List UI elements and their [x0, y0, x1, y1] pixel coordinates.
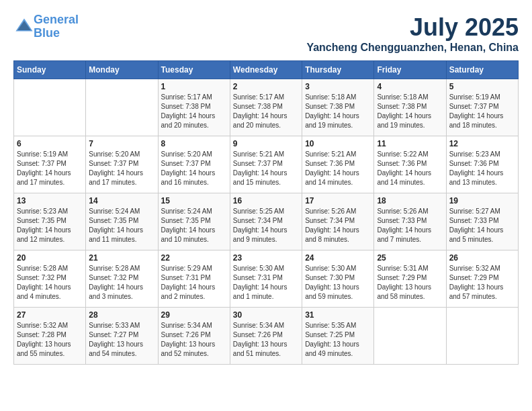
day-info: Sunrise: 5:27 AM Sunset: 7:33 PM Dayligh… [449, 207, 515, 244]
calendar-cell: 19Sunrise: 5:27 AM Sunset: 7:33 PM Dayli… [446, 193, 518, 250]
day-number: 20 [17, 253, 83, 263]
day-info: Sunrise: 5:30 AM Sunset: 7:30 PM Dayligh… [305, 264, 371, 302]
calendar-week-4: 20Sunrise: 5:28 AM Sunset: 7:32 PM Dayli… [14, 250, 519, 308]
calendar-cell: 5Sunrise: 5:19 AM Sunset: 7:37 PM Daylig… [446, 79, 518, 136]
day-number: 6 [17, 139, 83, 148]
day-header-thursday: Thursday [302, 61, 374, 79]
calendar-cell [446, 308, 518, 365]
calendar-cell: 11Sunrise: 5:22 AM Sunset: 7:36 PM Dayli… [374, 136, 446, 193]
day-info: Sunrise: 5:24 AM Sunset: 7:35 PM Dayligh… [161, 207, 227, 244]
day-info: Sunrise: 5:23 AM Sunset: 7:35 PM Dayligh… [17, 207, 83, 244]
day-number: 4 [377, 82, 443, 91]
day-number: 9 [233, 139, 299, 148]
day-info: Sunrise: 5:17 AM Sunset: 7:38 PM Dayligh… [233, 93, 299, 130]
calendar-cell: 22Sunrise: 5:29 AM Sunset: 7:31 PM Dayli… [158, 250, 230, 308]
day-number: 28 [89, 310, 154, 320]
calendar-cell: 20Sunrise: 5:28 AM Sunset: 7:32 PM Dayli… [14, 250, 86, 308]
day-number: 22 [161, 253, 227, 263]
day-number: 13 [17, 196, 83, 205]
day-number: 12 [449, 139, 515, 148]
day-number: 10 [305, 139, 371, 148]
day-number: 27 [17, 310, 83, 320]
day-number: 31 [305, 310, 371, 320]
day-header-tuesday: Tuesday [158, 61, 230, 79]
calendar-cell: 18Sunrise: 5:26 AM Sunset: 7:33 PM Dayli… [374, 193, 446, 250]
day-info: Sunrise: 5:35 AM Sunset: 7:25 PM Dayligh… [305, 321, 371, 359]
calendar-week-1: 1Sunrise: 5:17 AM Sunset: 7:38 PM Daylig… [14, 79, 519, 136]
day-info: Sunrise: 5:32 AM Sunset: 7:28 PM Dayligh… [17, 321, 83, 359]
day-number: 8 [161, 139, 227, 148]
day-number: 21 [89, 253, 154, 263]
day-number: 2 [233, 82, 299, 91]
calendar-week-3: 13Sunrise: 5:23 AM Sunset: 7:35 PM Dayli… [14, 193, 519, 250]
day-info: Sunrise: 5:34 AM Sunset: 7:26 PM Dayligh… [233, 321, 299, 359]
day-info: Sunrise: 5:22 AM Sunset: 7:36 PM Dayligh… [377, 150, 443, 187]
calendar-cell: 4Sunrise: 5:18 AM Sunset: 7:38 PM Daylig… [374, 79, 446, 136]
day-header-monday: Monday [86, 61, 158, 79]
calendar-cell: 27Sunrise: 5:32 AM Sunset: 7:28 PM Dayli… [14, 308, 86, 365]
calendar-cell: 23Sunrise: 5:30 AM Sunset: 7:31 PM Dayli… [230, 250, 302, 308]
logo-line1: General [34, 13, 79, 26]
calendar-cell: 3Sunrise: 5:18 AM Sunset: 7:38 PM Daylig… [302, 79, 374, 136]
day-number: 15 [161, 196, 227, 205]
calendar-cell: 6Sunrise: 5:19 AM Sunset: 7:37 PM Daylig… [14, 136, 86, 193]
calendar-body: 1Sunrise: 5:17 AM Sunset: 7:38 PM Daylig… [14, 79, 519, 365]
calendar-cell: 9Sunrise: 5:21 AM Sunset: 7:37 PM Daylig… [230, 136, 302, 193]
day-info: Sunrise: 5:30 AM Sunset: 7:31 PM Dayligh… [233, 264, 299, 302]
calendar-week-5: 27Sunrise: 5:32 AM Sunset: 7:28 PM Dayli… [14, 308, 519, 365]
day-info: Sunrise: 5:32 AM Sunset: 7:29 PM Dayligh… [449, 264, 515, 302]
day-info: Sunrise: 5:34 AM Sunset: 7:26 PM Dayligh… [161, 321, 227, 359]
day-info: Sunrise: 5:28 AM Sunset: 7:32 PM Dayligh… [17, 264, 83, 302]
day-header-friday: Friday [374, 61, 446, 79]
day-number: 5 [449, 82, 515, 91]
location-title: Yancheng Chengguanzhen, Henan, China [306, 42, 519, 54]
day-info: Sunrise: 5:19 AM Sunset: 7:37 PM Dayligh… [449, 93, 515, 130]
day-number: 17 [305, 196, 371, 205]
calendar-cell: 31Sunrise: 5:35 AM Sunset: 7:25 PM Dayli… [302, 308, 374, 365]
page-header: General Blue July 2025 Yancheng Chenggua… [13, 13, 519, 54]
day-info: Sunrise: 5:29 AM Sunset: 7:31 PM Dayligh… [161, 264, 227, 302]
calendar-cell: 28Sunrise: 5:33 AM Sunset: 7:27 PM Dayli… [86, 308, 158, 365]
day-info: Sunrise: 5:23 AM Sunset: 7:36 PM Dayligh… [449, 150, 515, 187]
calendar-cell: 21Sunrise: 5:28 AM Sunset: 7:32 PM Dayli… [86, 250, 158, 308]
day-number: 25 [377, 253, 443, 263]
calendar-cell: 17Sunrise: 5:26 AM Sunset: 7:34 PM Dayli… [302, 193, 374, 250]
day-info: Sunrise: 5:28 AM Sunset: 7:32 PM Dayligh… [89, 264, 154, 302]
calendar-cell: 13Sunrise: 5:23 AM Sunset: 7:35 PM Dayli… [14, 193, 86, 250]
day-info: Sunrise: 5:31 AM Sunset: 7:29 PM Dayligh… [377, 264, 443, 302]
day-number: 1 [161, 82, 227, 91]
day-info: Sunrise: 5:20 AM Sunset: 7:37 PM Dayligh… [161, 150, 227, 187]
logo: General Blue [13, 13, 79, 40]
calendar-cell: 15Sunrise: 5:24 AM Sunset: 7:35 PM Dayli… [158, 193, 230, 250]
calendar-cell [86, 79, 158, 136]
calendar-cell: 29Sunrise: 5:34 AM Sunset: 7:26 PM Dayli… [158, 308, 230, 365]
calendar-cell: 8Sunrise: 5:20 AM Sunset: 7:37 PM Daylig… [158, 136, 230, 193]
calendar-cell: 14Sunrise: 5:24 AM Sunset: 7:35 PM Dayli… [86, 193, 158, 250]
day-info: Sunrise: 5:26 AM Sunset: 7:34 PM Dayligh… [305, 207, 371, 244]
title-block: July 2025 Yancheng Chengguanzhen, Henan,… [306, 13, 519, 54]
day-info: Sunrise: 5:19 AM Sunset: 7:37 PM Dayligh… [17, 150, 83, 187]
day-header-saturday: Saturday [446, 61, 518, 79]
day-info: Sunrise: 5:26 AM Sunset: 7:33 PM Dayligh… [377, 207, 443, 244]
day-number: 29 [161, 310, 227, 320]
day-number: 16 [233, 196, 299, 205]
calendar-cell: 25Sunrise: 5:31 AM Sunset: 7:29 PM Dayli… [374, 250, 446, 308]
calendar-cell: 10Sunrise: 5:21 AM Sunset: 7:36 PM Dayli… [302, 136, 374, 193]
day-info: Sunrise: 5:20 AM Sunset: 7:37 PM Dayligh… [89, 150, 154, 187]
logo-icon [15, 16, 34, 35]
day-number: 26 [449, 253, 515, 263]
day-info: Sunrise: 5:18 AM Sunset: 7:38 PM Dayligh… [377, 93, 443, 130]
logo-line2: Blue [34, 26, 60, 40]
calendar-cell: 12Sunrise: 5:23 AM Sunset: 7:36 PM Dayli… [446, 136, 518, 193]
calendar-header-row: SundayMondayTuesdayWednesdayThursdayFrid… [14, 61, 519, 79]
day-number: 23 [233, 253, 299, 263]
month-title: July 2025 [306, 13, 519, 42]
day-number: 30 [233, 310, 299, 320]
day-number: 7 [89, 139, 154, 148]
day-info: Sunrise: 5:17 AM Sunset: 7:38 PM Dayligh… [161, 93, 227, 130]
day-header-sunday: Sunday [14, 61, 86, 79]
calendar-cell: 1Sunrise: 5:17 AM Sunset: 7:38 PM Daylig… [158, 79, 230, 136]
day-number: 19 [449, 196, 515, 205]
day-number: 18 [377, 196, 443, 205]
day-info: Sunrise: 5:21 AM Sunset: 7:37 PM Dayligh… [233, 150, 299, 187]
